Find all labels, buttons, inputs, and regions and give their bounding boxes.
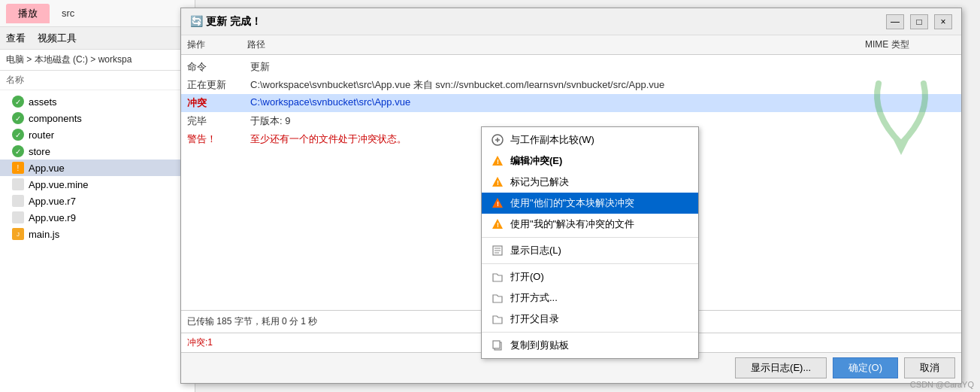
app-topbar: 播放 src <box>0 0 195 27</box>
file-list-header: 名称 ∧ <box>0 71 195 90</box>
ok-button[interactable]: 确定(O) <box>833 357 898 378</box>
svg-text:!: ! <box>497 179 499 187</box>
menu-separator <box>482 263 698 264</box>
breadcrumb: 电脑 > 本地磁盘 (C:) > workspa <box>0 50 195 71</box>
open-icon <box>491 270 504 284</box>
cell-action-warning: 警告！ <box>187 132 247 146</box>
view-menu[interactable]: 查看 <box>6 32 26 45</box>
blank-icon <box>12 211 24 223</box>
tab-playback[interactable]: 播放 <box>6 4 50 23</box>
cell-action: 命令 <box>187 60 247 74</box>
col-header-mime: MIME 类型 <box>865 38 955 51</box>
blank-icon <box>12 178 24 190</box>
ctx-item-label: 打开方式... <box>510 291 558 305</box>
col-header-path: 路径 <box>247 38 473 51</box>
file-name: App.vue.mine <box>29 179 89 190</box>
ctx-show-log-item[interactable]: 显示日志(L) <box>482 240 698 261</box>
folder-icon: ✓ <box>12 112 24 124</box>
file-name: App.vue.r9 <box>29 212 76 223</box>
col-header-empty <box>473 38 865 51</box>
file-name: App.vue <box>29 163 65 174</box>
ctx-open-parent-item[interactable]: 打开父目录 <box>482 308 698 330</box>
folder-icon: ✓ <box>12 145 24 157</box>
open-with-icon <box>491 291 504 305</box>
menu-separator <box>482 237 698 238</box>
file-name: main.js <box>29 229 59 240</box>
log-icon <box>491 244 504 257</box>
file-name: store <box>29 146 50 157</box>
cell-action-conflict: 冲突 <box>187 96 247 110</box>
compare-icon <box>491 133 504 147</box>
list-item-mainjs[interactable]: J main.js <box>0 226 195 242</box>
menu-separator <box>482 332 698 333</box>
ctx-compare-item[interactable]: 与工作副本比较(W) <box>482 129 698 150</box>
tab-src[interactable]: src <box>56 5 80 22</box>
list-item[interactable]: App.vue.r9 <box>0 209 195 226</box>
js-icon: J <box>12 228 24 240</box>
watermark: CSDN @CaraYQ <box>910 380 974 389</box>
background-app: 播放 src 查看 视频工具 电脑 > 本地磁盘 (C:) > workspa … <box>0 0 195 392</box>
open-parent-icon <box>491 312 504 326</box>
cell-path-conflict: C:\workspace\svnbucket\src\App.vue <box>250 96 955 110</box>
video-tools-menu[interactable]: 视频工具 <box>38 32 77 45</box>
ctx-open-item[interactable]: 打开(O) <box>482 266 698 287</box>
table-row: 命令 更新 <box>181 58 961 76</box>
folder-icon: ✓ <box>12 129 24 141</box>
table-row: 正在更新 C:\workspace\svnbucket\src\App.vue … <box>181 76 961 94</box>
list-item[interactable]: ✓ components <box>0 110 195 126</box>
dialog-titlebar: 🔄 更新 完成！ — □ × <box>181 8 961 35</box>
ctx-item-label: 显示日志(L) <box>510 244 561 257</box>
file-name: assets <box>29 96 57 108</box>
ctx-edit-conflict-item[interactable]: ! 编辑冲突(E) <box>482 150 698 172</box>
status-text: 已传输 185 字节，耗用 0 分 1 秒 <box>187 315 317 328</box>
show-log-button[interactable]: 显示日志(E)... <box>735 357 827 378</box>
ctx-item-label: 编辑冲突(E) <box>510 154 562 168</box>
warning-icon: ! <box>12 162 24 174</box>
cell-action: 完毕 <box>187 114 247 128</box>
svg-text:!: ! <box>497 221 499 229</box>
ctx-use-theirs-item[interactable]: ! 使用"他们的"文本块解决冲突 <box>482 193 698 214</box>
blank-icon <box>12 195 24 207</box>
conflict-text: 冲突:1 <box>187 336 213 349</box>
svg-text:!: ! <box>497 158 499 166</box>
edit-conflict-icon: ! <box>491 154 504 168</box>
close-button[interactable]: × <box>934 14 952 29</box>
ctx-mark-resolved-item[interactable]: ! 标记为已解决 <box>482 172 698 193</box>
col-header-action: 操作 <box>187 38 247 51</box>
svg-marker-0 <box>894 140 909 155</box>
cell-path: 更新 <box>250 60 955 74</box>
ctx-item-label: 与工作副本比较(W) <box>510 133 594 147</box>
ctx-item-label: 使用"我的"解决有冲突的文件 <box>510 217 634 231</box>
app-toolbar: 查看 视频工具 <box>0 27 195 50</box>
maximize-button[interactable]: □ <box>910 14 928 29</box>
file-list: ✓ assets ✓ components ✓ router ✓ store !… <box>0 90 195 245</box>
ctx-item-label: 打开父目录 <box>510 312 559 326</box>
svg-rect-17 <box>493 341 500 348</box>
list-item[interactable]: ✓ assets <box>0 93 195 110</box>
cell-path: C:\workspace\svnbucket\src\App.vue 来自 sv… <box>250 78 955 92</box>
ctx-copy-item[interactable]: 复制到剪贴板 <box>482 335 698 356</box>
copy-icon <box>491 339 504 352</box>
mine-icon: ! <box>491 217 504 231</box>
list-item[interactable]: App.vue.mine <box>0 176 195 193</box>
list-item[interactable]: ✓ store <box>0 143 195 160</box>
folder-icon: ✓ <box>12 96 24 108</box>
file-name: components <box>29 113 82 124</box>
list-item-appvue[interactable]: ! App.vue <box>0 160 195 176</box>
ctx-item-label: 使用"他们的"文本块解决冲突 <box>510 196 634 210</box>
cancel-button[interactable]: 取消 <box>904 357 955 378</box>
file-name: App.vue.r7 <box>29 196 76 207</box>
ctx-item-label: 标记为已解决 <box>510 175 569 189</box>
minimize-button[interactable]: — <box>886 14 904 29</box>
list-item-router[interactable]: ✓ router <box>0 126 195 143</box>
svg-text:!: ! <box>497 200 499 208</box>
ctx-item-label: 打开(O) <box>510 270 544 284</box>
table-header: 操作 路径 MIME 类型 <box>181 35 961 55</box>
ctx-use-mine-item[interactable]: ! 使用"我的"解决有冲突的文件 <box>482 214 698 235</box>
ctx-open-with-item[interactable]: 打开方式... <box>482 287 698 308</box>
resolved-icon: ! <box>491 175 504 189</box>
list-item[interactable]: App.vue.r7 <box>0 193 195 209</box>
theirs-icon: ! <box>491 196 504 210</box>
file-name: router <box>29 129 54 141</box>
dialog-title: 🔄 更新 完成！ <box>190 15 880 29</box>
